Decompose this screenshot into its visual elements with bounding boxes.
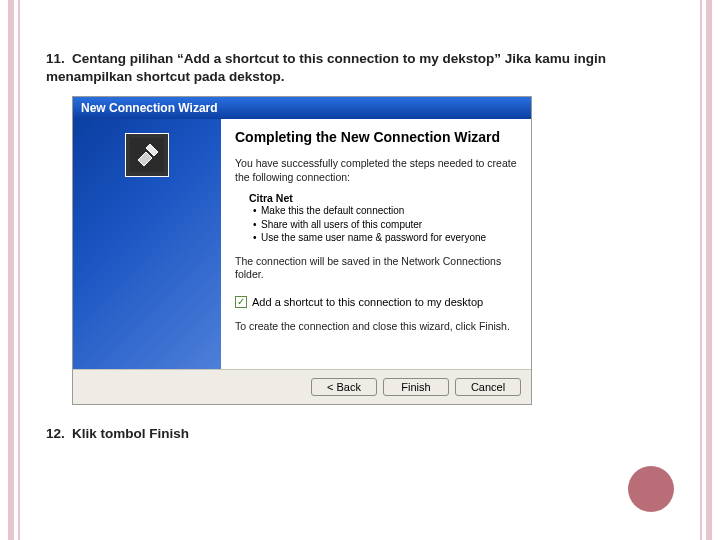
connection-option: Share with all users of this computer bbox=[253, 218, 517, 232]
window-title: New Connection Wizard bbox=[81, 101, 218, 115]
wizard-sidebar bbox=[73, 119, 221, 369]
step-number: 11. bbox=[46, 50, 72, 68]
back-button[interactable]: < Back bbox=[311, 378, 377, 396]
wizard-footer: < Back Finish Cancel bbox=[73, 369, 531, 404]
cancel-button[interactable]: Cancel bbox=[455, 378, 521, 396]
checkbox-label: Add a shortcut to this connection to my … bbox=[252, 296, 483, 308]
step-number: 12. bbox=[46, 425, 72, 443]
step-text: Klik tombol Finish bbox=[72, 426, 189, 441]
step-12: 12.Klik tombol Finish bbox=[46, 425, 674, 443]
decoration-circle bbox=[628, 466, 674, 512]
step-11: 11.Centang pilihan “Add a shortcut to th… bbox=[46, 50, 674, 86]
decoration-stripe bbox=[706, 0, 712, 540]
connection-option: Make this the default connection bbox=[253, 204, 517, 218]
connection-icon bbox=[125, 133, 169, 177]
wizard-window: New Connection Wizard Completing the New… bbox=[72, 96, 532, 405]
titlebar: New Connection Wizard bbox=[73, 97, 531, 119]
decoration-stripe bbox=[700, 0, 702, 540]
shortcut-checkbox[interactable]: ✓ bbox=[235, 296, 247, 308]
intro-text: You have successfully completed the step… bbox=[235, 157, 517, 184]
connection-option: Use the same user name & password for ev… bbox=[253, 231, 517, 245]
step-text: Centang pilihan “Add a shortcut to this … bbox=[46, 51, 606, 84]
decoration-stripe bbox=[18, 0, 20, 540]
saved-note: The connection will be saved in the Netw… bbox=[235, 255, 517, 282]
connection-name: Citra Net bbox=[249, 192, 517, 204]
wizard-heading: Completing the New Connection Wizard bbox=[235, 129, 517, 147]
finish-button[interactable]: Finish bbox=[383, 378, 449, 396]
finish-note: To create the connection and close this … bbox=[235, 320, 517, 334]
decoration-stripe bbox=[8, 0, 14, 540]
